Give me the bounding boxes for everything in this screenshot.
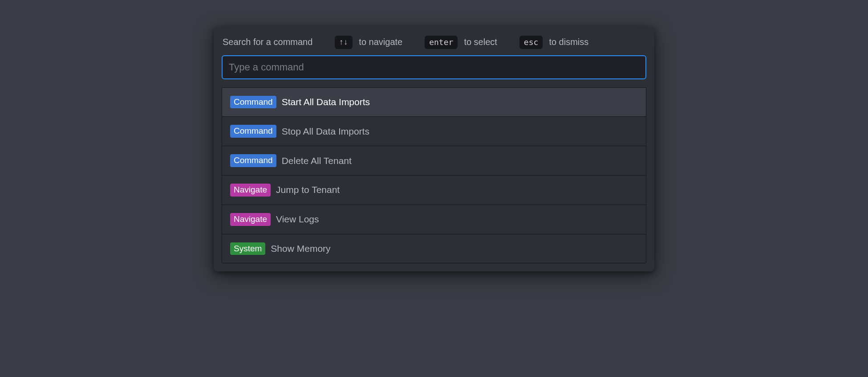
result-row-delete-all-tenant[interactable]: Command Delete All Tenant <box>222 146 646 176</box>
result-label: Stop All Data Imports <box>282 126 369 137</box>
command-tag: Command <box>230 154 276 167</box>
result-label: View Logs <box>276 214 319 225</box>
result-row-view-logs[interactable]: Navigate View Logs <box>222 205 646 234</box>
result-row-show-memory[interactable]: System Show Memory <box>222 234 646 263</box>
system-tag: System <box>230 242 265 255</box>
arrows-key-icon: ↑↓ <box>335 36 353 49</box>
result-label: Jump to Tenant <box>276 184 340 195</box>
navigate-tag: Navigate <box>230 184 271 197</box>
command-palette: Search for a command ↑↓ to navigate ente… <box>214 27 654 271</box>
hint-dismiss: to dismiss <box>549 37 588 47</box>
result-label: Delete All Tenant <box>282 156 352 166</box>
results-list: Command Start All Data Imports Command S… <box>222 87 646 264</box>
hint-select: to select <box>464 37 497 47</box>
result-row-jump-to-tenant[interactable]: Navigate Jump to Tenant <box>222 176 646 205</box>
search-input[interactable] <box>222 55 646 79</box>
esc-key-icon: esc <box>519 36 543 49</box>
navigate-tag: Navigate <box>230 213 271 226</box>
hints-row: Search for a command ↑↓ to navigate ente… <box>222 35 646 55</box>
result-row-stop-all-data-imports[interactable]: Command Stop All Data Imports <box>222 117 646 146</box>
result-label: Start All Data Imports <box>282 97 370 107</box>
command-tag: Command <box>230 96 276 109</box>
result-label: Show Memory <box>271 243 330 254</box>
hint-navigate: to navigate <box>359 37 402 47</box>
result-row-start-all-data-imports[interactable]: Command Start All Data Imports <box>222 88 646 117</box>
command-tag: Command <box>230 125 276 138</box>
search-prompt: Search for a command <box>223 37 312 47</box>
enter-key-icon: enter <box>425 36 458 49</box>
